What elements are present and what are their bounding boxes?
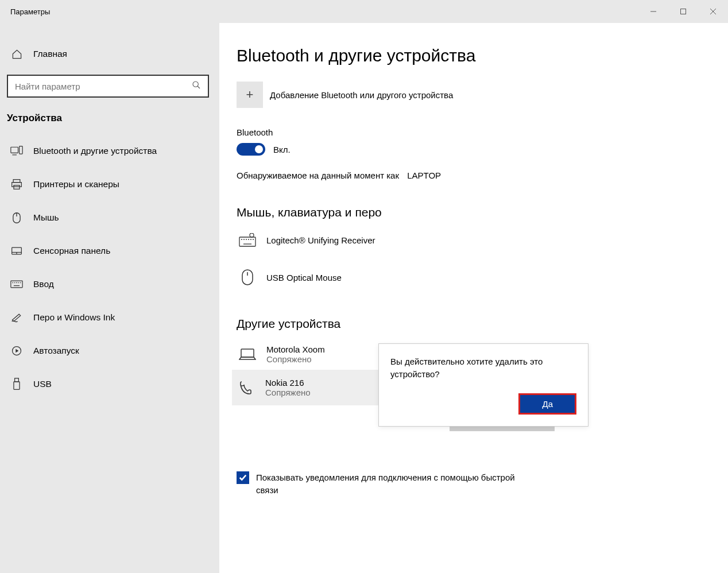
confirm-message: Вы действительно хотите удалить это устр… [390, 355, 576, 381]
svg-rect-9 [13, 180, 20, 183]
nav-label: Автозапуск [33, 346, 79, 356]
minimize-button[interactable] [638, 0, 668, 23]
page-title: Bluetooth и другие устройства [237, 46, 728, 65]
add-device-label: Добавление Bluetooth или другого устройс… [270, 90, 453, 100]
close-button[interactable] [698, 0, 728, 23]
discoverable-text: Обнаруживаемое на данный момент как LAPT… [237, 171, 728, 180]
checkbox-checked[interactable] [237, 471, 249, 484]
devices-icon [10, 145, 23, 157]
search-input[interactable] [15, 82, 192, 91]
svg-rect-36 [242, 270, 253, 285]
window-title: Параметры [10, 7, 50, 16]
nav-printers[interactable]: Принтеры и сканеры [0, 168, 219, 201]
phone-device-icon [237, 380, 256, 395]
titlebar: Параметры [0, 0, 728, 23]
mouse-device-icon [238, 269, 257, 286]
confirm-yes-button[interactable]: Да [518, 393, 576, 415]
svg-rect-7 [20, 146, 23, 154]
plus-icon: + [237, 82, 263, 108]
search-icon [192, 80, 201, 92]
close-icon [710, 8, 717, 15]
device-row[interactable]: Logitech® Unifying Receiver [237, 227, 728, 253]
maximize-icon [680, 8, 687, 15]
svg-rect-6 [11, 147, 18, 153]
home-label: Главная [33, 49, 67, 59]
bluetooth-label: Bluetooth [237, 127, 728, 137]
maximize-button[interactable] [668, 0, 698, 23]
keyboard-device-icon [238, 233, 257, 247]
svg-rect-27 [239, 237, 255, 246]
keyboard-icon [10, 280, 23, 288]
nav-autoplay[interactable]: Автозапуск [0, 334, 219, 367]
pen-icon [10, 312, 23, 323]
nav-bluetooth[interactable]: Bluetooth и другие устройства [0, 134, 219, 168]
toggle-state: Вкл. [273, 145, 291, 154]
device-row[interactable]: USB Optical Mouse [237, 263, 728, 292]
nav-label: Ввод [33, 279, 54, 289]
svg-rect-26 [14, 382, 20, 390]
svg-rect-11 [14, 185, 20, 189]
nav-mouse[interactable]: Мышь [0, 201, 219, 234]
svg-line-5 [198, 86, 200, 88]
laptop-device-icon [238, 348, 257, 361]
checkbox-label: Показывать уведомления для подключения с… [256, 471, 532, 497]
printer-icon [10, 179, 23, 190]
svg-rect-17 [11, 281, 22, 288]
category-title: Устройства [0, 108, 219, 134]
add-device-button[interactable]: + Добавление Bluetooth или другого устро… [237, 82, 728, 108]
device-name: Logitech® Unifying Receiver [266, 235, 375, 245]
autoplay-icon [10, 345, 23, 357]
device-name: Motorola Xoom [266, 344, 325, 354]
nav-usb[interactable]: USB [0, 367, 219, 401]
nav-label: USB [33, 379, 52, 389]
device-status: Сопряжено [265, 388, 311, 397]
section-other-heading: Другие устройства [237, 317, 728, 331]
sidebar: Главная Устройства Bluetooth и другие ус… [0, 23, 219, 573]
home-icon [10, 49, 23, 60]
home-nav[interactable]: Главная [0, 40, 219, 68]
nav-label: Мышь [33, 212, 59, 223]
content-area: Bluetooth и другие устройства + Добавлен… [219, 23, 728, 573]
svg-rect-38 [241, 349, 254, 357]
device-name: USB Optical Mouse [266, 273, 342, 282]
usb-icon [10, 378, 23, 390]
svg-rect-35 [250, 233, 254, 237]
window-controls [638, 0, 728, 23]
nav-label: Сенсорная панель [33, 246, 110, 256]
discoverable-name: LAPTOP [407, 171, 441, 180]
mouse-icon [10, 212, 23, 224]
svg-rect-10 [12, 183, 22, 187]
search-box[interactable] [7, 75, 209, 98]
device-status: Сопряжено [266, 354, 325, 364]
svg-rect-25 [15, 378, 19, 382]
nav-label: Bluetooth и другие устройства [33, 146, 157, 156]
check-icon [239, 474, 247, 482]
section-mouse-heading: Мышь, клавиатура и перо [237, 206, 728, 219]
device-name: Nokia 216 [265, 378, 311, 388]
quickpair-checkbox-row[interactable]: Показывать уведомления для подключения с… [237, 471, 728, 497]
nav-label: Принтеры и сканеры [33, 179, 119, 189]
nav-label: Перо и Windows Ink [33, 312, 115, 323]
bluetooth-toggle[interactable] [237, 143, 265, 156]
nav-pen[interactable]: Перо и Windows Ink [0, 301, 219, 334]
nav-touchpad[interactable]: Сенсорная панель [0, 234, 219, 268]
minimize-icon [650, 8, 657, 15]
svg-rect-1 [681, 9, 686, 14]
svg-point-4 [193, 82, 198, 87]
nav-typing[interactable]: Ввод [0, 268, 219, 301]
confirm-dialog: Вы действительно хотите удалить это устр… [378, 343, 588, 427]
touchpad-icon [10, 246, 23, 255]
